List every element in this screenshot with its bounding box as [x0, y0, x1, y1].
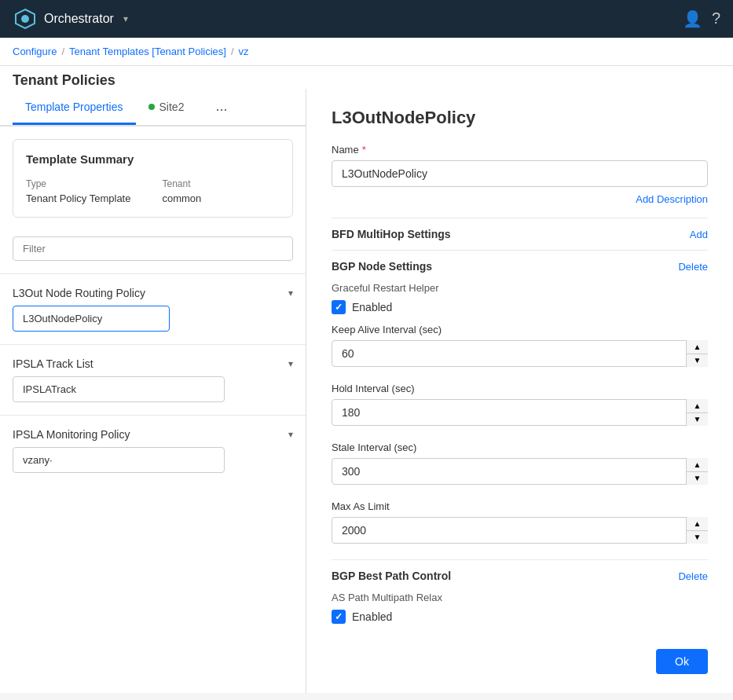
- graceful-restart-enabled-row: Enabled: [332, 300, 708, 314]
- tab-more[interactable]: ...: [203, 89, 240, 126]
- as-path-enabled-label: Enabled: [352, 610, 392, 623]
- site2-dot-icon: [148, 104, 155, 110]
- ipsla-track-item[interactable]: IPSLATrack: [13, 376, 225, 402]
- graceful-restart-enabled-label: Enabled: [352, 301, 392, 313]
- keep-alive-up[interactable]: ▲: [687, 340, 708, 354]
- ok-button[interactable]: Ok: [656, 649, 708, 674]
- right-panel: L3OutNodePolicy Name * Add Description B…: [306, 89, 733, 693]
- sidebar-section-l3out: L3Out Node Routing Policy ▾ L3OutNodePol…: [0, 280, 306, 338]
- bgp-best-path-delete[interactable]: Delete: [678, 570, 708, 582]
- breadcrumb-sep2: /: [231, 46, 234, 57]
- l3out-expand-icon[interactable]: ▾: [288, 288, 293, 299]
- as-path-enabled-row: Enabled: [332, 610, 708, 624]
- app-caret-icon[interactable]: ▾: [123, 13, 128, 24]
- bfd-multihop-label: BFD MultiHop Settings: [332, 228, 451, 240]
- breadcrumb-configure[interactable]: Configure: [13, 46, 57, 57]
- hold-down[interactable]: ▼: [687, 413, 708, 427]
- breadcrumb-current: vz: [239, 46, 249, 57]
- tenant-label: Tenant: [162, 178, 201, 189]
- bgp-best-path-section: BGP Best Path Control Delete: [332, 559, 708, 592]
- user-icon[interactable]: 👤: [683, 9, 702, 28]
- tabs-bar: Template Properties Site2 ...: [0, 89, 306, 126]
- template-summary-card: Template Summary Type Tenant Policy Temp…: [13, 139, 293, 218]
- max-as-limit-label: Max As Limit: [332, 500, 708, 512]
- ipsla-track-expand-icon[interactable]: ▾: [288, 358, 293, 369]
- max-as-limit-row: Max As Limit ▲ ▼: [332, 500, 708, 544]
- help-icon[interactable]: ?: [712, 9, 720, 28]
- top-nav: Orchestrator ▾ 👤 ?: [0, 0, 733, 38]
- ipsla-monitoring-expand-icon[interactable]: ▾: [288, 429, 293, 440]
- l3out-section-label: L3Out Node Routing Policy: [13, 287, 145, 299]
- stale-interval-spinner: ▲ ▼: [686, 458, 708, 485]
- required-star: *: [362, 144, 366, 156]
- filter-input[interactable]: [13, 236, 293, 261]
- breadcrumb-sep1: /: [61, 46, 64, 57]
- breadcrumb: Configure / Tenant Templates [Tenant Pol…: [0, 38, 733, 66]
- tab-template-properties[interactable]: Template Properties: [13, 91, 136, 125]
- stale-interval-label: Stale Interval (sec): [332, 442, 708, 453]
- template-summary-heading: Template Summary: [26, 152, 280, 166]
- breadcrumb-tenant-templates[interactable]: Tenant Templates [Tenant Policies]: [69, 46, 226, 57]
- action-bar: Ok: [332, 643, 708, 674]
- hold-interval-spinner: ▲ ▼: [686, 399, 708, 426]
- keep-alive-down[interactable]: ▼: [687, 354, 708, 368]
- bfd-multihop-section: BFD MultiHop Settings Add: [332, 218, 708, 250]
- graceful-restart-label: Graceful Restart Helper: [332, 282, 708, 294]
- keep-alive-spinner: ▲ ▼: [686, 340, 708, 367]
- hold-up[interactable]: ▲: [687, 399, 708, 413]
- type-value: Tenant Policy Template: [26, 192, 130, 204]
- hold-interval-row: Hold Interval (sec) ▲ ▼: [332, 383, 708, 426]
- app-logo: [13, 6, 38, 31]
- as-path-label: AS Path Multipath Relax: [332, 592, 708, 603]
- hold-interval-input[interactable]: [332, 399, 708, 426]
- type-label: Type: [26, 178, 130, 189]
- ipsla-monitoring-label: IPSLA Monitoring Policy: [13, 428, 130, 441]
- name-field-row: Name *: [332, 144, 708, 187]
- stale-interval-input[interactable]: [332, 458, 708, 485]
- bfd-multihop-add[interactable]: Add: [690, 229, 708, 240]
- ipsla-track-label: IPSLA Track List: [13, 357, 93, 370]
- max-as-down[interactable]: ▼: [687, 531, 708, 544]
- keep-alive-label: Keep Alive Interval (sec): [332, 324, 708, 335]
- sidebar-section-ipsla-monitoring: IPSLA Monitoring Policy ▾ vzany·: [0, 422, 306, 479]
- sidebar-section-ipsla-track: IPSLA Track List ▾ IPSLATrack: [0, 351, 306, 409]
- as-path-checkbox[interactable]: [332, 610, 346, 624]
- l3out-item[interactable]: L3OutNodePolicy: [13, 306, 170, 332]
- bgp-node-delete[interactable]: Delete: [678, 261, 708, 273]
- add-description-link[interactable]: Add Description: [332, 193, 708, 205]
- keep-alive-input[interactable]: [332, 340, 708, 367]
- app-title: Orchestrator: [44, 12, 114, 26]
- max-as-limit-spinner: ▲ ▼: [686, 517, 708, 544]
- filter-bar: [0, 230, 306, 267]
- graceful-restart-checkbox[interactable]: [332, 300, 346, 314]
- hold-interval-label: Hold Interval (sec): [332, 383, 708, 394]
- max-as-up[interactable]: ▲: [687, 517, 708, 531]
- keep-alive-row: Keep Alive Interval (sec) ▲ ▼: [332, 324, 708, 367]
- bgp-node-label: BGP Node Settings: [332, 260, 432, 273]
- tenant-value: common: [162, 192, 201, 204]
- tab-site2[interactable]: Site2: [136, 91, 197, 125]
- max-as-limit-input[interactable]: [332, 517, 708, 544]
- ipsla-monitoring-item[interactable]: vzany·: [13, 447, 225, 473]
- stale-interval-row: Stale Interval (sec) ▲ ▼: [332, 442, 708, 485]
- name-label: Name: [332, 144, 359, 156]
- stale-up[interactable]: ▲: [687, 458, 708, 472]
- bgp-node-section: BGP Node Settings Delete: [332, 250, 708, 282]
- bgp-best-path-label: BGP Best Path Control: [332, 570, 451, 582]
- policy-title: L3OutNodePolicy: [332, 108, 708, 128]
- stale-down[interactable]: ▼: [687, 472, 708, 486]
- left-panel: Template Properties Site2 ... Template S…: [0, 89, 306, 693]
- name-input[interactable]: [332, 160, 708, 187]
- svg-point-1: [21, 15, 29, 23]
- page-title: Tenant Policies: [0, 66, 733, 89]
